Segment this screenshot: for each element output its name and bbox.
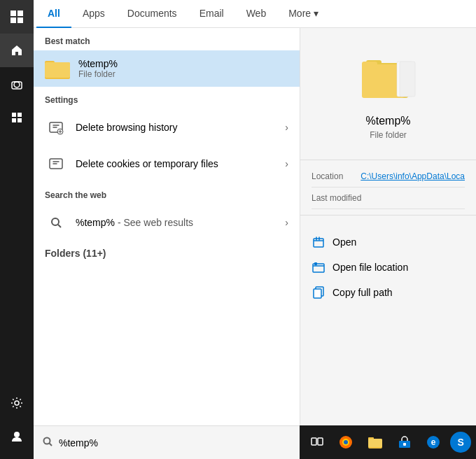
security-badge[interactable]: S (450, 432, 471, 453)
detail-divider-2 (300, 215, 476, 216)
copy-path-icon (312, 285, 326, 299)
detail-actions: Open Open file location (300, 221, 476, 313)
taskbar-left (0, 0, 34, 459)
svg-rect-31 (318, 438, 323, 445)
location-label: Location (312, 171, 343, 181)
svg-rect-37 (368, 439, 382, 447)
tab-more[interactable]: More ▾ (277, 0, 330, 28)
svg-rect-30 (312, 438, 316, 445)
svg-point-0 (14, 82, 20, 87)
svg-rect-4 (18, 113, 22, 117)
folder-icon (45, 56, 70, 81)
action-open[interactable]: Open (312, 230, 465, 255)
folders-label: Folders (11+) (34, 241, 300, 266)
tab-documents[interactable]: Documents (116, 0, 188, 28)
detail-folder-icon (360, 50, 416, 106)
svg-rect-5 (12, 118, 16, 122)
settings-label: Settings (34, 87, 300, 109)
detail-panel: %temp% File folder Location C:\Users\inf… (300, 28, 476, 425)
open-icon (312, 235, 326, 249)
grid-icon[interactable] (0, 101, 34, 134)
search-panel: All Apps Documents Email Web More ▾ Best… (34, 0, 476, 459)
detail-subtitle: File folder (370, 130, 407, 140)
settings-arrow-1: › (285, 122, 288, 133)
location-value[interactable]: C:\Users\info\AppData\Loca (360, 171, 465, 181)
camera-icon[interactable] (0, 67, 34, 101)
best-match-title: %temp% (78, 58, 288, 69)
tab-bar: All Apps Documents Email Web More ▾ (34, 0, 476, 28)
detail-title: %temp% (365, 115, 410, 127)
store-button[interactable] (392, 430, 417, 455)
tab-all[interactable]: All (36, 0, 71, 28)
svg-point-34 (344, 440, 348, 444)
settings-item-icon-1 (45, 116, 67, 139)
results-list: Best match %temp% File folder Settings (34, 28, 300, 425)
svg-point-7 (15, 401, 19, 405)
task-view-button[interactable] (304, 430, 330, 455)
system-taskbar: e S (300, 425, 476, 459)
chevron-down-icon: ▾ (314, 8, 318, 19)
svg-point-15 (52, 218, 59, 225)
settings-item-1[interactable]: Delete browsing history › (34, 109, 300, 146)
svg-rect-20 (362, 62, 377, 69)
tab-email[interactable]: Email (188, 0, 235, 28)
svg-rect-22 (400, 62, 415, 97)
svg-rect-39 (403, 443, 406, 446)
search-bar (34, 425, 300, 459)
best-match-label: Best match (34, 28, 300, 50)
svg-point-8 (14, 432, 20, 437)
search-input[interactable] (59, 437, 291, 449)
last-modified-row: Last modified (312, 188, 465, 209)
location-row: Location C:\Users\info\AppData\Loca (312, 166, 465, 188)
svg-line-29 (50, 443, 52, 446)
content-area: Best match %temp% File folder Settings (34, 28, 476, 425)
settings-item-label-1: Delete browsing history (76, 122, 285, 133)
settings-arrow-2: › (285, 158, 288, 169)
svg-line-16 (58, 225, 61, 227)
user-icon[interactable] (0, 420, 34, 453)
web-search-query: %temp% - See web results (76, 217, 285, 228)
action-open-location[interactable]: Open file location (312, 255, 465, 280)
search-icon (42, 436, 53, 450)
home-icon[interactable] (0, 34, 34, 67)
detail-divider-1 (300, 160, 476, 160)
svg-rect-11 (45, 62, 70, 78)
svg-point-28 (44, 437, 50, 444)
svg-rect-6 (18, 118, 22, 122)
best-match-subtitle: File folder (78, 69, 288, 79)
start-button[interactable] (0, 0, 34, 34)
best-match-item[interactable]: %temp% File folder (34, 50, 300, 87)
settings-item-label-2: Delete cookies or temporary files (76, 158, 285, 169)
svg-rect-27 (314, 289, 321, 298)
explorer-button[interactable] (363, 430, 388, 455)
search-web-icon (45, 211, 67, 234)
last-modified-label: Last modified (312, 193, 361, 203)
settings-icon[interactable] (0, 386, 34, 420)
web-search-arrow: › (285, 217, 288, 228)
settings-item-2[interactable]: Delete cookies or temporary files › (34, 146, 300, 182)
bottom-bar: e S (34, 425, 476, 459)
tab-apps[interactable]: Apps (71, 0, 116, 28)
svg-rect-25 (314, 262, 317, 265)
settings-item-icon-2 (45, 153, 67, 175)
open-location-icon (312, 260, 326, 274)
svg-rect-23 (314, 239, 323, 247)
svg-rect-3 (12, 113, 16, 117)
detail-info: Location C:\Users\info\AppData\Loca Last… (300, 166, 476, 209)
tab-web[interactable]: Web (235, 0, 278, 28)
svg-text:e: e (431, 437, 436, 447)
edge-button[interactable]: e (421, 430, 446, 455)
action-copy-path[interactable]: Copy full path (312, 280, 465, 305)
firefox-button[interactable] (333, 430, 358, 455)
web-search-item[interactable]: %temp% - See web results › (34, 204, 300, 241)
search-web-label: Search the web (34, 182, 300, 204)
